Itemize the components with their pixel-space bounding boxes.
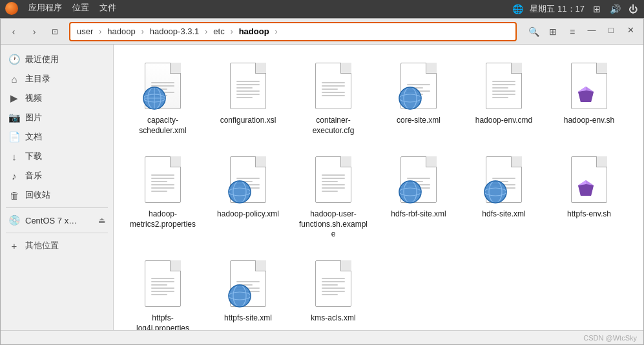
close-button[interactable]: ✕	[621, 23, 639, 38]
file-area: capacity-scheduler.xml configuration.xsl	[114, 45, 643, 330]
sidebar-item-videos[interactable]: ▶ 视频	[1, 89, 113, 108]
volume-icon: 🔊	[609, 3, 621, 15]
file-hadoop-policy[interactable]: hadoop-policy.xml	[209, 149, 287, 245]
file-icon-kms-acls	[311, 258, 355, 309]
file-label-core-site: core-site.xml	[397, 116, 441, 126]
system-bar: 应用程序 位置 文件 🌐 星期五 11：17 ⊞ 🔊 ⏻	[0, 0, 644, 18]
sidebar-item-documents[interactable]: 📄 文档	[1, 127, 113, 147]
sidebar-item-other-locations[interactable]: + 其他位置	[1, 236, 113, 255]
sidebar: 🕐 最近使用 ⌂ 主目录 ▶ 视频 📷 图片 📄 文档 ↓ 下载	[1, 45, 114, 330]
file-hadoop-user-functions[interactable]: hadoop-user-functions.sh.example	[295, 149, 372, 245]
sidebar-label-other: 其他位置	[25, 240, 59, 251]
file-httpfs-log4j[interactable]: httpfs-log4j.properties	[124, 253, 202, 330]
forward-button[interactable]: ›	[25, 23, 43, 41]
sidebar-label-music: 音乐	[25, 170, 42, 182]
file-label-hadoop-env-sh: hadoop-env.sh	[564, 116, 615, 126]
sidebar-label-documents: 文档	[25, 131, 42, 143]
file-icon-hadoop-metrics2	[141, 154, 185, 205]
file-icon-httpfs-env	[567, 154, 611, 205]
file-icon-httpfs-site	[226, 258, 270, 309]
file-kms-acls[interactable]: kms-acls.xml	[295, 253, 372, 330]
file-icon-container-executor	[311, 60, 355, 112]
sidebar-label-recent: 最近使用	[25, 54, 59, 65]
eject-icon[interactable]: ⏏	[98, 216, 105, 225]
sidebar-item-music[interactable]: ♪ 音乐	[1, 166, 113, 185]
breadcrumb-etc[interactable]: etc	[209, 25, 228, 37]
file-hadoop-env-sh[interactable]: hadoop-env.sh	[550, 55, 628, 141]
file-label-capacity-scheduler: capacity-scheduler.xml	[127, 116, 198, 136]
file-label-kms-acls: kms-acls.xml	[311, 313, 355, 324]
path-sep-2: ›	[141, 27, 145, 36]
recent-icon: 🕐	[8, 54, 20, 65]
maximize-button[interactable]: □	[602, 23, 620, 38]
sidebar-divider-2	[6, 233, 108, 233]
sidebar-label-videos: 视频	[25, 92, 42, 104]
menu-apps[interactable]: 应用程序	[28, 2, 62, 17]
sidebar-label-pictures: 图片	[25, 112, 42, 123]
file-label-hadoop-metrics2: hadoop-metrics2.properties	[127, 209, 198, 229]
file-label-httpfs-site: httpfs-site.xml	[224, 313, 272, 324]
menu-button[interactable]: ≡	[563, 23, 581, 41]
centos-icon: 💿	[8, 214, 20, 226]
file-icon-capacity-scheduler	[141, 60, 185, 112]
view-toggle-button[interactable]: ⊞	[544, 23, 562, 41]
file-icon-hadoop-env-cmd	[482, 60, 526, 112]
watermark: CSDN @WtcSky	[583, 334, 637, 342]
file-icon-core-site	[397, 60, 441, 112]
file-icon-hdfs-site	[482, 154, 526, 205]
file-icon-hadoop-env-sh	[567, 60, 611, 112]
sidebar-divider-1	[6, 207, 108, 208]
menu-location[interactable]: 位置	[72, 2, 89, 17]
file-container-executor[interactable]: container-executor.cfg	[295, 55, 372, 141]
system-menu-left: 应用程序 位置 文件	[5, 2, 512, 17]
main-area: 🕐 最近使用 ⌂ 主目录 ▶ 视频 📷 图片 📄 文档 ↓ 下载	[1, 45, 643, 330]
file-hdfs-rbf-site[interactable]: hdfs-rbf-site.xml	[380, 149, 457, 245]
file-hdfs-site[interactable]: hdfs-site.xml	[465, 149, 543, 245]
sidebar-item-home[interactable]: ⌂ 主目录	[1, 69, 113, 89]
location-icon-button[interactable]: ⊡	[46, 23, 64, 41]
power-icon: ⏻	[627, 3, 639, 15]
file-manager-window: ‹ › ⊡ user › hadoop › hadoop-3.3.1 › etc…	[0, 18, 644, 345]
file-label-hadoop-user-functions: hadoop-user-functions.sh.example	[298, 209, 369, 240]
file-httpfs-env[interactable]: httpfs-env.sh	[550, 149, 628, 245]
file-capacity-scheduler[interactable]: capacity-scheduler.xml	[124, 55, 202, 141]
breadcrumb-user[interactable]: user	[73, 25, 97, 37]
app-icon	[5, 2, 18, 17]
sidebar-label-trash: 回收站	[25, 189, 50, 201]
path-sep-4: ›	[230, 27, 234, 36]
file-label-container-executor: container-executor.cfg	[298, 116, 369, 136]
network-icon: 🌐	[512, 3, 523, 15]
file-configuration[interactable]: configuration.xsl	[209, 55, 287, 141]
breadcrumb-hadoop-3.3.1[interactable]: hadoop-3.3.1	[146, 25, 203, 37]
path-sep-5: ›	[275, 27, 278, 36]
file-label-httpfs-env: httpfs-env.sh	[567, 209, 611, 220]
path-sep-3: ›	[204, 27, 208, 36]
back-button[interactable]: ‹	[5, 23, 23, 41]
file-label-hadoop-env-cmd: hadoop-env.cmd	[475, 116, 533, 126]
sidebar-item-trash[interactable]: 🗑 回收站	[1, 185, 113, 205]
sidebar-label-centos: CentOS 7 x…	[25, 216, 77, 225]
pictures-icon: 📷	[8, 112, 20, 123]
sidebar-item-downloads[interactable]: ↓ 下载	[1, 147, 113, 166]
file-httpfs-site[interactable]: httpfs-site.xml	[209, 253, 287, 330]
file-label-configuration: configuration.xsl	[220, 116, 276, 126]
trash-icon: 🗑	[8, 190, 20, 201]
sidebar-item-recent[interactable]: 🕐 最近使用	[1, 50, 113, 69]
clock: 星期五 11：17	[530, 3, 585, 15]
file-label-hdfs-site: hdfs-site.xml	[482, 209, 525, 220]
file-hadoop-env-cmd[interactable]: hadoop-env.cmd	[465, 55, 543, 141]
file-hadoop-metrics2[interactable]: hadoop-metrics2.properties	[124, 149, 202, 245]
sidebar-label-downloads: 下载	[25, 151, 42, 162]
sidebar-item-centos[interactable]: 💿 CentOS 7 x… ⏏	[1, 211, 113, 230]
sidebar-item-pictures[interactable]: 📷 图片	[1, 108, 113, 127]
breadcrumb-hadoop[interactable]: hadoop	[103, 25, 139, 37]
file-core-site[interactable]: core-site.xml	[380, 55, 457, 141]
file-icon-hdfs-rbf-site	[397, 154, 441, 205]
svg-marker-12	[578, 90, 594, 102]
minimize-button[interactable]: —	[583, 23, 601, 38]
file-icon-hadoop-user-functions	[311, 154, 355, 205]
search-button[interactable]: 🔍	[525, 23, 543, 41]
file-label-hdfs-rbf-site: hdfs-rbf-site.xml	[391, 209, 446, 220]
menu-file[interactable]: 文件	[99, 2, 116, 17]
breadcrumb-hadoop-current[interactable]: hadoop	[235, 25, 273, 37]
